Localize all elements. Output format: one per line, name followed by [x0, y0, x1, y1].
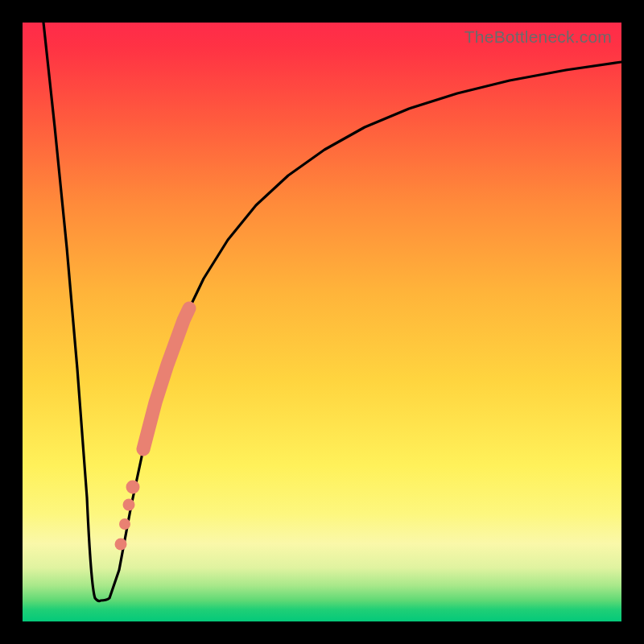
watermark-text: TheBottleneck.com	[464, 27, 612, 47]
plot-area: TheBottleneck.com	[23, 23, 621, 621]
curve-path	[43, 23, 621, 601]
highlight-dot	[115, 539, 127, 551]
bottleneck-curve	[23, 23, 621, 621]
highlight-dot	[123, 499, 135, 511]
highlight-dot	[119, 518, 130, 530]
chart-frame: TheBottleneck.com	[0, 0, 644, 644]
highlight-band	[143, 308, 189, 449]
highlight-dot	[126, 481, 140, 494]
